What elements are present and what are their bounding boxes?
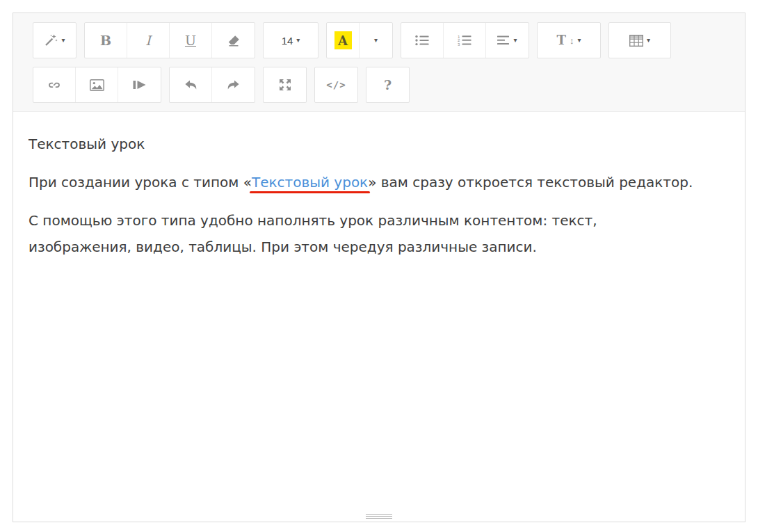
chevron-down-icon: ▾ <box>577 37 581 44</box>
paragraph-title: Текстовый урок <box>29 131 695 157</box>
highlight-color-swatch: A <box>334 31 352 49</box>
align-button[interactable]: ▾ <box>486 23 529 58</box>
link-icon <box>47 77 62 92</box>
editor-footer <box>13 511 745 522</box>
font-size-button[interactable]: 14 ▾ <box>264 23 318 58</box>
group-paragraph-style: ▾ <box>33 22 76 58</box>
group-text-color: A ▾ <box>326 22 393 58</box>
lesson-type-link[interactable]: Текстовый урок <box>252 174 368 191</box>
help-button[interactable]: ? <box>366 67 409 102</box>
expand-icon <box>279 79 291 91</box>
resize-handle[interactable] <box>366 514 392 519</box>
group-help: ? <box>366 67 410 103</box>
unordered-list-icon <box>415 35 429 46</box>
group-basic-formatting: B I U <box>84 22 255 58</box>
chevron-down-icon: ▾ <box>61 37 65 44</box>
chevron-down-icon: ▾ <box>647 37 650 44</box>
group-table: ▾ <box>608 22 671 58</box>
toolbar-row-1: ▾ B I U <box>33 22 725 58</box>
line-height-button[interactable]: T ↕ ▾ <box>538 23 600 58</box>
group-line-height: T ↕ ▾ <box>537 22 601 58</box>
paragraph-style-button[interactable]: ▾ <box>33 23 76 58</box>
link-text: Текстовый урок <box>252 174 368 191</box>
bold-label: B <box>100 34 111 47</box>
insert-image-button[interactable] <box>76 67 118 102</box>
align-left-icon <box>497 35 510 45</box>
undo-icon <box>184 79 198 91</box>
line-height-label: T <box>557 34 566 47</box>
italic-label: I <box>145 34 151 47</box>
toolbar-row-2: </> ? <box>33 67 725 103</box>
ordered-list-button[interactable]: 1 2 3 <box>444 23 486 58</box>
redo-button[interactable] <box>212 67 255 102</box>
paragraph-description: При создании урока с типом «Текстовый ур… <box>29 169 695 195</box>
paragraph-text-before-link: При создании урока с типом « <box>29 174 252 191</box>
help-label: ? <box>384 79 392 92</box>
chevron-down-icon: ▾ <box>513 37 517 44</box>
editor-toolbar: ▾ B I U <box>13 13 745 112</box>
ordered-list-icon: 1 2 3 <box>458 35 471 46</box>
chevron-down-icon: ▾ <box>296 37 300 44</box>
group-code-view: </> <box>314 67 358 103</box>
italic-button[interactable]: I <box>127 23 170 58</box>
magic-wand-icon <box>44 33 58 47</box>
bold-button[interactable]: B <box>85 23 127 58</box>
font-size-value: 14 <box>282 35 293 47</box>
image-icon <box>90 79 104 91</box>
table-button[interactable]: ▾ <box>609 23 670 58</box>
fullscreen-button[interactable] <box>264 67 306 102</box>
svg-text:3: 3 <box>458 42 460 46</box>
up-down-arrow-icon: ↕ <box>570 36 574 45</box>
paragraph-details: С помощью этого типа удобно наполнять ур… <box>29 207 695 260</box>
rich-text-editor: ▾ B I U <box>13 13 745 522</box>
chevron-down-icon: ▾ <box>374 37 378 44</box>
unordered-list-button[interactable] <box>401 23 444 58</box>
code-view-button[interactable]: </> <box>315 67 357 102</box>
group-font-size: 14 ▾ <box>263 22 318 58</box>
redo-icon <box>226 79 241 91</box>
paragraph-text-after-link: » вам сразу откроется текстовый редактор… <box>368 174 693 191</box>
text-color-button[interactable]: A <box>327 23 360 58</box>
red-underline-annotation <box>250 191 370 193</box>
insert-video-button[interactable] <box>118 67 161 102</box>
undo-button[interactable] <box>170 67 212 102</box>
group-insert-media <box>33 67 161 103</box>
text-color-dropdown-button[interactable]: ▾ <box>360 23 392 58</box>
underline-button[interactable]: U <box>170 23 212 58</box>
insert-link-button[interactable] <box>33 67 76 102</box>
video-icon <box>133 79 146 90</box>
group-lists-align: 1 2 3 ▾ <box>401 22 529 58</box>
underline-label: U <box>185 34 196 47</box>
editor-content-area[interactable]: Текстовый урок При создании урока с типо… <box>13 112 745 511</box>
group-fullscreen <box>263 67 307 103</box>
eraser-icon <box>227 34 241 47</box>
code-view-label: </> <box>326 79 346 90</box>
table-icon <box>629 35 643 47</box>
clear-formatting-button[interactable] <box>212 23 255 58</box>
group-undo-redo <box>169 67 255 103</box>
